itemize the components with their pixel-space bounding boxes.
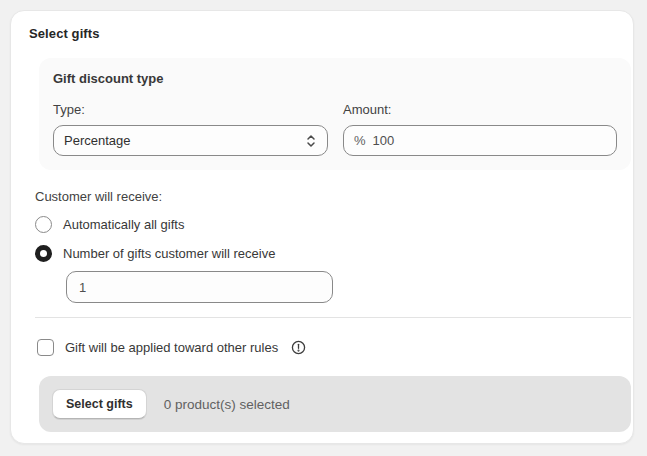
amount-label: Amount: bbox=[343, 102, 617, 117]
receive-section: Customer will receive: Automatically all… bbox=[35, 189, 619, 303]
quantity-input-wrap bbox=[66, 271, 333, 303]
amount-input[interactable] bbox=[373, 133, 606, 148]
type-select[interactable]: Percentage bbox=[53, 125, 328, 156]
percent-prefix: % bbox=[354, 133, 366, 148]
checkbox-unchecked-icon[interactable] bbox=[37, 339, 54, 356]
select-gifts-button[interactable]: Select gifts bbox=[52, 389, 147, 419]
radio-unchecked-icon[interactable] bbox=[35, 216, 52, 233]
page-title: Select gifts bbox=[29, 26, 619, 41]
amount-input-wrap: % bbox=[343, 125, 617, 156]
footer-bar: Select gifts 0 product(s) selected bbox=[39, 376, 631, 432]
type-field: Type: Percentage bbox=[53, 102, 328, 156]
type-select-value: Percentage bbox=[64, 133, 131, 148]
gift-discount-panel: Gift discount type Type: Percentage Amou… bbox=[39, 58, 631, 170]
radio-option-label: Automatically all gifts bbox=[63, 217, 184, 232]
radio-option-label: Number of gifts customer will receive bbox=[63, 246, 275, 261]
quantity-input[interactable] bbox=[79, 280, 320, 295]
other-rules-label: Gift will be applied toward other rules bbox=[65, 340, 278, 355]
select-gifts-card: Select gifts Gift discount type Type: Pe… bbox=[10, 10, 634, 444]
other-rules-row[interactable]: Gift will be applied toward other rules bbox=[37, 339, 619, 356]
discount-fields-row: Type: Percentage Amount: % bbox=[53, 102, 617, 156]
products-selected-status: 0 product(s) selected bbox=[164, 397, 290, 412]
select-updown-icon bbox=[305, 134, 317, 148]
radio-checked-icon[interactable] bbox=[35, 245, 52, 262]
type-label: Type: bbox=[53, 102, 328, 117]
gift-discount-heading: Gift discount type bbox=[53, 71, 617, 86]
info-circle-icon[interactable] bbox=[291, 340, 306, 355]
section-divider bbox=[35, 317, 631, 318]
radio-option-number-of-gifts[interactable]: Number of gifts customer will receive bbox=[35, 245, 619, 262]
amount-field: Amount: % bbox=[343, 102, 617, 156]
receive-label: Customer will receive: bbox=[35, 189, 619, 204]
radio-option-all-gifts[interactable]: Automatically all gifts bbox=[35, 216, 619, 233]
